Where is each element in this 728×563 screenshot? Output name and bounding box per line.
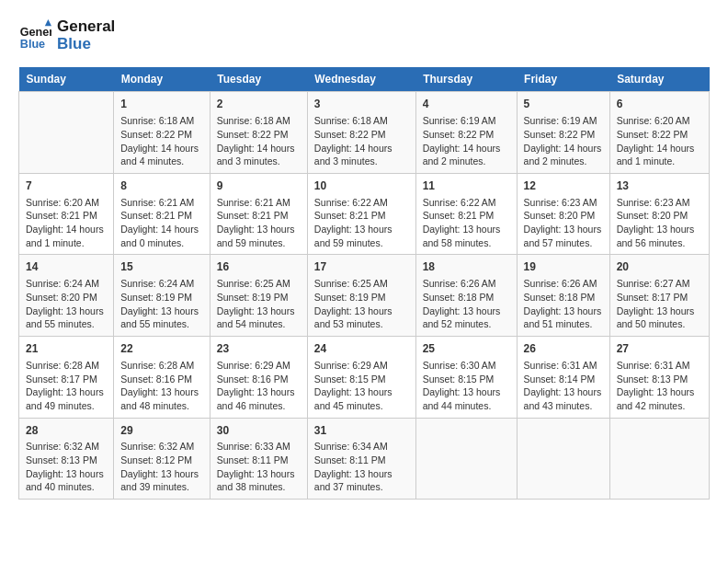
calendar-cell: 1Sunrise: 6:18 AMSunset: 8:22 PMDaylight… (114, 92, 210, 174)
day-info: Sunrise: 6:22 AM (314, 196, 409, 210)
day-info: Sunrise: 6:26 AM (524, 277, 603, 291)
calendar-cell: 30Sunrise: 6:33 AMSunset: 8:11 PMDayligh… (210, 418, 307, 500)
calendar-cell: 29Sunrise: 6:32 AMSunset: 8:12 PMDayligh… (114, 418, 210, 500)
day-info: Sunset: 8:20 PM (524, 209, 603, 223)
day-info: Sunset: 8:12 PM (120, 454, 203, 467)
day-info: Daylight: 14 hours and 3 minutes. (217, 142, 301, 168)
day-number: 23 (217, 341, 301, 357)
logo-general: General (57, 18, 115, 36)
calendar-cell: 11Sunrise: 6:22 AMSunset: 8:21 PMDayligh… (415, 173, 517, 255)
calendar-cell: 18Sunrise: 6:26 AMSunset: 8:18 PMDayligh… (415, 255, 517, 337)
day-number: 9 (217, 178, 301, 194)
day-info: Sunrise: 6:28 AM (26, 359, 107, 373)
day-info: Sunset: 8:16 PM (120, 373, 203, 386)
calendar-cell (415, 418, 517, 500)
day-info: Sunset: 8:13 PM (26, 454, 107, 467)
calendar-cell: 4Sunrise: 6:19 AMSunset: 8:22 PMDaylight… (415, 92, 517, 174)
day-info: Daylight: 14 hours and 2 minutes. (524, 142, 603, 168)
weekday-header-thursday: Thursday (415, 67, 517, 92)
day-number: 17 (314, 259, 409, 275)
day-info: Sunrise: 6:27 AM (617, 277, 702, 291)
day-number: 1 (120, 97, 203, 112)
weekday-header-wednesday: Wednesday (307, 67, 415, 92)
day-info: Daylight: 14 hours and 1 minute. (617, 142, 702, 168)
day-info: Daylight: 13 hours and 59 minutes. (217, 223, 301, 249)
day-number: 25 (423, 341, 510, 357)
day-info: Sunrise: 6:21 AM (120, 196, 203, 210)
calendar-cell: 8Sunrise: 6:21 AMSunset: 8:21 PMDaylight… (114, 173, 210, 255)
day-info: Sunrise: 6:25 AM (314, 277, 409, 291)
day-info: Daylight: 13 hours and 51 minutes. (524, 304, 603, 331)
weekday-header-tuesday: Tuesday (210, 67, 307, 92)
day-info: Sunrise: 6:20 AM (617, 114, 702, 128)
day-number: 14 (26, 259, 107, 275)
day-info: Sunset: 8:22 PM (217, 128, 301, 142)
day-info: Daylight: 13 hours and 48 minutes. (120, 385, 203, 412)
calendar-cell: 22Sunrise: 6:28 AMSunset: 8:16 PMDayligh… (114, 337, 210, 419)
calendar-cell: 31Sunrise: 6:34 AMSunset: 8:11 PMDayligh… (307, 418, 415, 500)
calendar-cell (19, 92, 114, 174)
day-number: 2 (217, 97, 301, 112)
weekday-header-sunday: Sunday (19, 67, 114, 92)
day-number: 10 (314, 178, 409, 194)
day-info: Sunrise: 6:31 AM (617, 359, 702, 373)
day-info: Sunset: 8:21 PM (423, 209, 510, 223)
day-info: Daylight: 14 hours and 2 minutes. (423, 142, 510, 168)
day-number: 12 (524, 178, 603, 194)
calendar-cell: 12Sunrise: 6:23 AMSunset: 8:20 PMDayligh… (517, 173, 609, 255)
day-info: Sunset: 8:18 PM (423, 291, 510, 304)
day-info: Daylight: 13 hours and 40 minutes. (26, 467, 107, 494)
day-info: Daylight: 13 hours and 59 minutes. (314, 223, 409, 249)
day-info: Sunrise: 6:25 AM (217, 277, 301, 291)
calendar-cell: 13Sunrise: 6:23 AMSunset: 8:20 PMDayligh… (609, 173, 709, 255)
day-info: Daylight: 14 hours and 4 minutes. (120, 142, 203, 168)
calendar-cell: 20Sunrise: 6:27 AMSunset: 8:17 PMDayligh… (609, 255, 709, 337)
calendar-cell: 15Sunrise: 6:24 AMSunset: 8:19 PMDayligh… (114, 255, 210, 337)
calendar-cell: 6Sunrise: 6:20 AMSunset: 8:22 PMDaylight… (609, 92, 709, 174)
week-row-2: 7Sunrise: 6:20 AMSunset: 8:21 PMDaylight… (19, 173, 710, 255)
day-number: 5 (524, 97, 603, 112)
day-info: Sunrise: 6:29 AM (217, 359, 301, 373)
calendar-cell: 24Sunrise: 6:29 AMSunset: 8:15 PMDayligh… (307, 337, 415, 419)
day-info: Daylight: 13 hours and 44 minutes. (423, 385, 510, 412)
day-number: 27 (617, 341, 702, 357)
day-info: Sunrise: 6:23 AM (524, 196, 603, 210)
week-row-4: 21Sunrise: 6:28 AMSunset: 8:17 PMDayligh… (19, 337, 710, 419)
day-number: 7 (26, 178, 107, 194)
day-info: Daylight: 13 hours and 46 minutes. (217, 385, 301, 412)
day-info: Sunset: 8:21 PM (26, 209, 107, 223)
day-info: Sunset: 8:21 PM (217, 209, 301, 223)
calendar-cell: 3Sunrise: 6:18 AMSunset: 8:22 PMDaylight… (307, 92, 415, 174)
day-info: Sunset: 8:11 PM (314, 454, 409, 467)
day-info: Sunset: 8:21 PM (120, 209, 203, 223)
calendar-cell: 23Sunrise: 6:29 AMSunset: 8:16 PMDayligh… (210, 337, 307, 419)
day-number: 15 (120, 259, 203, 275)
day-info: Sunrise: 6:24 AM (26, 277, 107, 291)
day-info: Sunrise: 6:32 AM (120, 440, 203, 454)
logo: General Blue General Blue (18, 18, 115, 52)
day-number: 11 (423, 178, 510, 194)
day-number: 19 (524, 259, 603, 275)
day-number: 8 (120, 178, 203, 194)
day-info: Sunset: 8:19 PM (314, 291, 409, 304)
day-info: Sunrise: 6:18 AM (217, 114, 301, 128)
day-number: 29 (120, 423, 203, 439)
day-info: Daylight: 13 hours and 43 minutes. (524, 385, 603, 412)
day-info: Sunset: 8:18 PM (524, 291, 603, 304)
day-info: Sunrise: 6:18 AM (120, 114, 203, 128)
day-number: 20 (617, 259, 702, 275)
calendar-cell: 5Sunrise: 6:19 AMSunset: 8:22 PMDaylight… (517, 92, 609, 174)
day-info: Sunrise: 6:28 AM (120, 359, 203, 373)
calendar-cell: 10Sunrise: 6:22 AMSunset: 8:21 PMDayligh… (307, 173, 415, 255)
day-info: Sunrise: 6:19 AM (524, 114, 603, 128)
day-info: Daylight: 13 hours and 49 minutes. (26, 385, 107, 412)
day-info: Daylight: 13 hours and 42 minutes. (617, 385, 702, 412)
weekday-header-monday: Monday (114, 67, 210, 92)
day-info: Daylight: 13 hours and 58 minutes. (423, 223, 510, 249)
calendar-cell: 16Sunrise: 6:25 AMSunset: 8:19 PMDayligh… (210, 255, 307, 337)
calendar-cell: 28Sunrise: 6:32 AMSunset: 8:13 PMDayligh… (19, 418, 114, 500)
day-info: Daylight: 13 hours and 52 minutes. (423, 304, 510, 331)
day-info: Sunset: 8:22 PM (120, 128, 203, 142)
day-info: Daylight: 14 hours and 3 minutes. (314, 142, 409, 168)
day-info: Sunset: 8:11 PM (217, 454, 301, 467)
